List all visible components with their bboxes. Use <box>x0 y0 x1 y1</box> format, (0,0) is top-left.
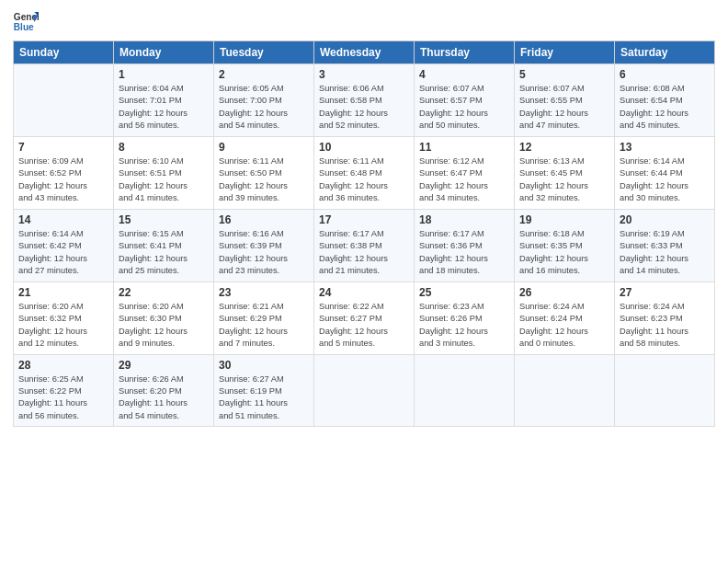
day-info: Sunrise: 6:23 AM Sunset: 6:26 PM Dayligh… <box>419 301 509 350</box>
day-number: 15 <box>119 213 209 226</box>
calendar-cell: 25Sunrise: 6:23 AM Sunset: 6:26 PM Dayli… <box>415 282 515 354</box>
day-number: 14 <box>18 213 108 226</box>
svg-text:Blue: Blue <box>14 22 34 32</box>
day-info: Sunrise: 6:07 AM Sunset: 6:57 PM Dayligh… <box>419 83 509 132</box>
day-number: 24 <box>319 286 409 299</box>
calendar-cell <box>515 354 615 427</box>
week-row-1: 1Sunrise: 6:04 AM Sunset: 7:01 PM Daylig… <box>14 64 715 137</box>
calendar-cell: 6Sunrise: 6:08 AM Sunset: 6:54 PM Daylig… <box>615 64 715 137</box>
week-row-4: 21Sunrise: 6:20 AM Sunset: 6:32 PM Dayli… <box>14 282 715 354</box>
day-info: Sunrise: 6:20 AM Sunset: 6:32 PM Dayligh… <box>18 301 108 350</box>
day-number: 7 <box>18 141 108 154</box>
calendar-cell: 20Sunrise: 6:19 AM Sunset: 6:33 PM Dayli… <box>615 209 715 282</box>
calendar-cell: 15Sunrise: 6:15 AM Sunset: 6:41 PM Dayli… <box>114 209 214 282</box>
calendar-cell: 24Sunrise: 6:22 AM Sunset: 6:27 PM Dayli… <box>314 282 415 354</box>
day-info: Sunrise: 6:19 AM Sunset: 6:33 PM Dayligh… <box>620 228 710 278</box>
day-number: 28 <box>18 359 108 372</box>
calendar-cell <box>415 354 515 427</box>
day-number: 11 <box>419 141 509 154</box>
day-info: Sunrise: 6:04 AM Sunset: 7:01 PM Dayligh… <box>119 83 209 132</box>
calendar-cell: 1Sunrise: 6:04 AM Sunset: 7:01 PM Daylig… <box>114 64 214 137</box>
day-info: Sunrise: 6:16 AM Sunset: 6:39 PM Dayligh… <box>219 228 309 278</box>
calendar-cell: 23Sunrise: 6:21 AM Sunset: 6:29 PM Dayli… <box>214 282 314 354</box>
day-number: 9 <box>219 141 309 154</box>
calendar-cell: 16Sunrise: 6:16 AM Sunset: 6:39 PM Dayli… <box>214 209 314 282</box>
day-info: Sunrise: 6:20 AM Sunset: 6:30 PM Dayligh… <box>119 301 209 350</box>
day-info: Sunrise: 6:09 AM Sunset: 6:52 PM Dayligh… <box>18 155 108 205</box>
calendar-cell: 21Sunrise: 6:20 AM Sunset: 6:32 PM Dayli… <box>14 282 114 354</box>
day-number: 20 <box>620 213 710 226</box>
day-info: Sunrise: 6:18 AM Sunset: 6:35 PM Dayligh… <box>519 228 609 278</box>
day-info: Sunrise: 6:05 AM Sunset: 7:00 PM Dayligh… <box>219 83 309 132</box>
day-number: 5 <box>519 68 609 81</box>
week-row-2: 7Sunrise: 6:09 AM Sunset: 6:52 PM Daylig… <box>14 136 715 209</box>
day-number: 16 <box>219 213 309 226</box>
calendar-cell: 28Sunrise: 6:25 AM Sunset: 6:22 PM Dayli… <box>14 354 114 427</box>
day-number: 21 <box>18 286 108 299</box>
calendar-cell: 10Sunrise: 6:11 AM Sunset: 6:48 PM Dayli… <box>314 136 415 209</box>
calendar-cell <box>314 354 415 427</box>
week-row-3: 14Sunrise: 6:14 AM Sunset: 6:42 PM Dayli… <box>14 209 715 282</box>
day-info: Sunrise: 6:17 AM Sunset: 6:36 PM Dayligh… <box>419 228 509 278</box>
day-info: Sunrise: 6:06 AM Sunset: 6:58 PM Dayligh… <box>319 83 409 132</box>
day-info: Sunrise: 6:27 AM Sunset: 6:19 PM Dayligh… <box>219 373 309 423</box>
calendar-cell: 26Sunrise: 6:24 AM Sunset: 6:24 PM Dayli… <box>515 282 615 354</box>
calendar-cell: 9Sunrise: 6:11 AM Sunset: 6:50 PM Daylig… <box>214 136 314 209</box>
day-number: 10 <box>319 141 409 154</box>
day-info: Sunrise: 6:24 AM Sunset: 6:23 PM Dayligh… <box>620 301 710 350</box>
calendar-body: 1Sunrise: 6:04 AM Sunset: 7:01 PM Daylig… <box>14 64 715 427</box>
day-number: 8 <box>119 141 209 154</box>
day-number: 1 <box>119 68 209 81</box>
calendar-table: SundayMondayTuesdayWednesdayThursdayFrid… <box>13 40 715 427</box>
day-info: Sunrise: 6:13 AM Sunset: 6:45 PM Dayligh… <box>519 155 609 205</box>
calendar-cell: 13Sunrise: 6:14 AM Sunset: 6:44 PM Dayli… <box>615 136 715 209</box>
day-header-wednesday: Wednesday <box>314 41 415 64</box>
day-number: 27 <box>620 286 710 299</box>
day-info: Sunrise: 6:26 AM Sunset: 6:20 PM Dayligh… <box>119 373 209 423</box>
calendar-cell: 19Sunrise: 6:18 AM Sunset: 6:35 PM Dayli… <box>515 209 615 282</box>
logo-icon: General Blue <box>13 9 39 35</box>
day-header-friday: Friday <box>515 41 615 64</box>
day-number: 22 <box>119 286 209 299</box>
day-header-thursday: Thursday <box>415 41 515 64</box>
day-number: 19 <box>519 213 609 226</box>
calendar-cell: 22Sunrise: 6:20 AM Sunset: 6:30 PM Dayli… <box>114 282 214 354</box>
day-info: Sunrise: 6:22 AM Sunset: 6:27 PM Dayligh… <box>319 301 409 350</box>
week-row-5: 28Sunrise: 6:25 AM Sunset: 6:22 PM Dayli… <box>14 354 715 427</box>
day-header-monday: Monday <box>114 41 214 64</box>
day-info: Sunrise: 6:25 AM Sunset: 6:22 PM Dayligh… <box>18 373 108 423</box>
day-info: Sunrise: 6:15 AM Sunset: 6:41 PM Dayligh… <box>119 228 209 278</box>
day-number: 18 <box>419 213 509 226</box>
calendar-cell: 4Sunrise: 6:07 AM Sunset: 6:57 PM Daylig… <box>415 64 515 137</box>
calendar-header: SundayMondayTuesdayWednesdayThursdayFrid… <box>14 41 715 64</box>
calendar-cell: 7Sunrise: 6:09 AM Sunset: 6:52 PM Daylig… <box>14 136 114 209</box>
calendar-cell: 2Sunrise: 6:05 AM Sunset: 7:00 PM Daylig… <box>214 64 314 137</box>
day-info: Sunrise: 6:11 AM Sunset: 6:50 PM Dayligh… <box>219 155 309 205</box>
header: General Blue <box>13 9 715 35</box>
day-header-saturday: Saturday <box>615 41 715 64</box>
calendar-cell: 12Sunrise: 6:13 AM Sunset: 6:45 PM Dayli… <box>515 136 615 209</box>
day-info: Sunrise: 6:08 AM Sunset: 6:54 PM Dayligh… <box>620 83 710 132</box>
day-info: Sunrise: 6:17 AM Sunset: 6:38 PM Dayligh… <box>319 228 409 278</box>
calendar-cell: 3Sunrise: 6:06 AM Sunset: 6:58 PM Daylig… <box>314 64 415 137</box>
day-number: 6 <box>620 68 710 81</box>
calendar-cell <box>615 354 715 427</box>
day-header-tuesday: Tuesday <box>214 41 314 64</box>
calendar-cell: 29Sunrise: 6:26 AM Sunset: 6:20 PM Dayli… <box>114 354 214 427</box>
day-number: 30 <box>219 359 309 372</box>
day-number: 12 <box>519 141 609 154</box>
header-row: SundayMondayTuesdayWednesdayThursdayFrid… <box>14 41 715 64</box>
day-number: 26 <box>519 286 609 299</box>
calendar-cell: 17Sunrise: 6:17 AM Sunset: 6:38 PM Dayli… <box>314 209 415 282</box>
day-number: 13 <box>620 141 710 154</box>
day-number: 2 <box>219 68 309 81</box>
day-number: 29 <box>119 359 209 372</box>
calendar-cell: 8Sunrise: 6:10 AM Sunset: 6:51 PM Daylig… <box>114 136 214 209</box>
logo: General Blue <box>13 9 39 35</box>
calendar-cell: 18Sunrise: 6:17 AM Sunset: 6:36 PM Dayli… <box>415 209 515 282</box>
day-info: Sunrise: 6:21 AM Sunset: 6:29 PM Dayligh… <box>219 301 309 350</box>
day-number: 23 <box>219 286 309 299</box>
day-info: Sunrise: 6:12 AM Sunset: 6:47 PM Dayligh… <box>419 155 509 205</box>
day-info: Sunrise: 6:11 AM Sunset: 6:48 PM Dayligh… <box>319 155 409 205</box>
calendar-cell: 27Sunrise: 6:24 AM Sunset: 6:23 PM Dayli… <box>615 282 715 354</box>
